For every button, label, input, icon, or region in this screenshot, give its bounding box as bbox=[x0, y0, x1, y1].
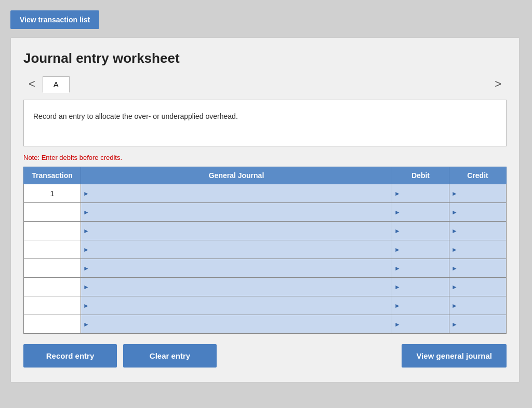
tab-next-button[interactable]: > bbox=[489, 78, 507, 90]
instruction-box: Record an entry to allocate the over- or… bbox=[23, 100, 507, 146]
cell-debit[interactable]: ► bbox=[392, 315, 449, 334]
input-debit[interactable] bbox=[402, 302, 447, 309]
table-row: 1►►► bbox=[24, 184, 507, 203]
view-general-journal-button[interactable]: View general journal bbox=[402, 344, 507, 368]
cell-general-journal[interactable]: ► bbox=[81, 278, 392, 296]
cell-credit[interactable]: ► bbox=[449, 315, 507, 334]
cell-arrow-credit: ► bbox=[451, 265, 458, 272]
cell-arrow-debit: ► bbox=[394, 190, 401, 197]
cell-general-journal[interactable]: ► bbox=[81, 203, 392, 222]
input-debit[interactable] bbox=[402, 320, 447, 328]
cell-credit[interactable]: ► bbox=[449, 296, 507, 315]
cell-arrow-credit: ► bbox=[451, 302, 458, 309]
worksheet-title: Journal entry worksheet bbox=[23, 50, 507, 66]
cell-debit[interactable]: ► bbox=[392, 259, 449, 278]
table-row: ►►► bbox=[24, 259, 507, 278]
cell-arrow-debit: ► bbox=[394, 283, 401, 291]
cell-transaction bbox=[24, 278, 81, 296]
cell-arrow-gj: ► bbox=[83, 321, 89, 328]
input-general-journal[interactable] bbox=[90, 208, 390, 216]
input-credit[interactable] bbox=[459, 246, 504, 253]
cell-arrow-credit: ► bbox=[451, 283, 458, 291]
cell-general-journal[interactable]: ► bbox=[81, 240, 392, 259]
cell-debit[interactable]: ► bbox=[392, 203, 449, 222]
cell-transaction: 1 bbox=[24, 184, 81, 203]
cell-transaction bbox=[24, 259, 81, 278]
input-credit[interactable] bbox=[459, 227, 504, 235]
cell-credit[interactable]: ► bbox=[449, 240, 507, 259]
input-credit[interactable] bbox=[459, 189, 504, 197]
view-transaction-button[interactable]: View transaction list bbox=[10, 10, 99, 29]
table-row: ►►► bbox=[24, 240, 507, 259]
col-header-debit: Debit bbox=[392, 167, 449, 184]
table-row: ►►► bbox=[24, 315, 507, 334]
tab-navigation: < A > bbox=[23, 76, 507, 92]
input-general-journal[interactable] bbox=[90, 302, 390, 309]
cell-debit[interactable]: ► bbox=[392, 278, 449, 296]
cell-arrow-debit: ► bbox=[394, 246, 401, 253]
cell-general-journal[interactable]: ► bbox=[81, 315, 392, 334]
cell-transaction bbox=[24, 203, 81, 222]
col-header-credit: Credit bbox=[449, 167, 507, 184]
cell-credit[interactable]: ► bbox=[449, 259, 507, 278]
cell-arrow-gj: ► bbox=[83, 246, 89, 253]
input-debit[interactable] bbox=[402, 283, 447, 291]
cell-general-journal[interactable]: ► bbox=[81, 259, 392, 278]
input-credit[interactable] bbox=[459, 283, 504, 291]
cell-arrow-debit: ► bbox=[394, 209, 401, 216]
input-general-journal[interactable] bbox=[90, 189, 390, 197]
cell-arrow-credit: ► bbox=[451, 190, 458, 197]
cell-arrow-gj: ► bbox=[83, 227, 89, 235]
input-general-journal[interactable] bbox=[90, 227, 390, 235]
cell-arrow-credit: ► bbox=[451, 321, 458, 328]
record-entry-button[interactable]: Record entry bbox=[23, 344, 117, 368]
cell-arrow-debit: ► bbox=[394, 321, 401, 328]
input-credit[interactable] bbox=[459, 264, 504, 272]
tab-a[interactable]: A bbox=[43, 76, 70, 93]
input-debit[interactable] bbox=[402, 189, 447, 197]
cell-credit[interactable]: ► bbox=[449, 203, 507, 222]
cell-arrow-debit: ► bbox=[394, 302, 401, 309]
clear-entry-button[interactable]: Clear entry bbox=[123, 344, 217, 368]
worksheet-container: Journal entry worksheet < A > Record an … bbox=[10, 37, 520, 383]
cell-credit[interactable]: ► bbox=[449, 278, 507, 296]
cell-debit[interactable]: ► bbox=[392, 240, 449, 259]
input-credit[interactable] bbox=[459, 302, 504, 309]
cell-arrow-gj: ► bbox=[83, 190, 89, 197]
cell-arrow-debit: ► bbox=[394, 265, 401, 272]
input-credit[interactable] bbox=[459, 208, 504, 216]
cell-credit[interactable]: ► bbox=[449, 184, 507, 203]
tab-prev-button[interactable]: < bbox=[23, 78, 41, 90]
cell-general-journal[interactable]: ► bbox=[81, 222, 392, 240]
cell-general-journal[interactable]: ► bbox=[81, 296, 392, 315]
input-credit[interactable] bbox=[459, 320, 504, 328]
input-debit[interactable] bbox=[402, 246, 447, 253]
button-row: Record entry Clear entry View general jo… bbox=[23, 344, 507, 368]
journal-table: Transaction General Journal Debit Credit… bbox=[23, 167, 507, 334]
input-general-journal[interactable] bbox=[90, 264, 390, 272]
cell-transaction bbox=[24, 296, 81, 315]
table-row: ►►► bbox=[24, 222, 507, 240]
col-header-transaction: Transaction bbox=[24, 167, 81, 184]
input-debit[interactable] bbox=[402, 227, 447, 235]
cell-arrow-gj: ► bbox=[83, 265, 89, 272]
cell-debit[interactable]: ► bbox=[392, 296, 449, 315]
cell-transaction bbox=[24, 315, 81, 334]
cell-general-journal[interactable]: ► bbox=[81, 184, 392, 203]
input-general-journal[interactable] bbox=[90, 246, 390, 253]
cell-transaction bbox=[24, 222, 81, 240]
input-debit[interactable] bbox=[402, 264, 447, 272]
table-row: ►►► bbox=[24, 278, 507, 296]
cell-arrow-gj: ► bbox=[83, 209, 89, 216]
input-general-journal[interactable] bbox=[90, 320, 390, 328]
cell-credit[interactable]: ► bbox=[449, 222, 507, 240]
cell-arrow-credit: ► bbox=[451, 246, 458, 253]
cell-debit[interactable]: ► bbox=[392, 184, 449, 203]
input-general-journal[interactable] bbox=[90, 283, 390, 291]
cell-arrow-credit: ► bbox=[451, 209, 458, 216]
cell-debit[interactable]: ► bbox=[392, 222, 449, 240]
cell-transaction bbox=[24, 240, 81, 259]
cell-arrow-credit: ► bbox=[451, 227, 458, 235]
input-debit[interactable] bbox=[402, 208, 447, 216]
table-row: ►►► bbox=[24, 296, 507, 315]
